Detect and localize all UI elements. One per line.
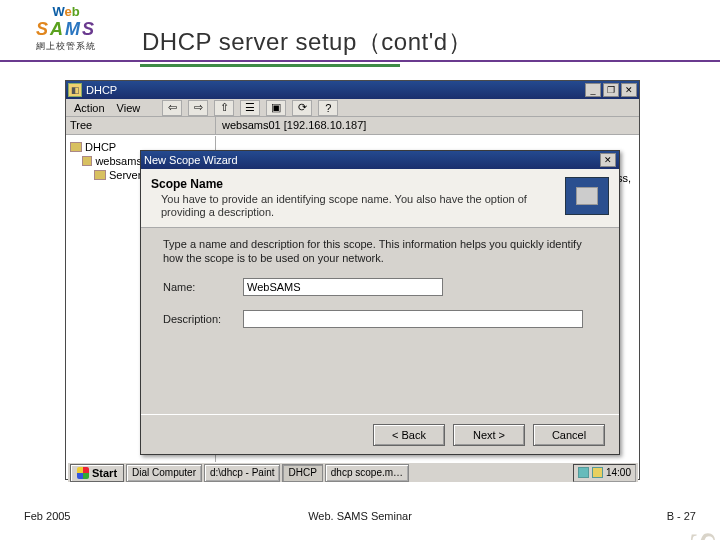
close-button[interactable]: ✕ — [621, 83, 637, 97]
start-label: Start — [92, 467, 117, 479]
dialog-footer: < Back Next > Cancel — [141, 414, 619, 454]
tray-icon-1[interactable] — [578, 467, 589, 478]
logo-subtitle: 網上校管系統 — [36, 40, 96, 53]
nav-forward-button[interactable]: ⇨ — [188, 100, 208, 116]
task-item-1[interactable]: Dial Computer — [126, 464, 202, 482]
dialog-header: Scope Name You have to provide an identi… — [141, 169, 619, 228]
dialog-header-title: Scope Name — [151, 177, 557, 191]
tree-column-title: Tree — [66, 117, 216, 134]
menu-action[interactable]: Action — [70, 101, 109, 115]
new-scope-wizard-dialog: New Scope Wizard ✕ Scope Name You have t… — [140, 150, 620, 455]
dialog-close-button[interactable]: ✕ — [600, 153, 616, 167]
title-underline-green — [140, 64, 400, 67]
task-item-4-label: dhcp scope.m… — [331, 467, 403, 478]
folder-icon — [70, 142, 82, 152]
app-title-text: DHCP — [86, 84, 117, 96]
dialog-title-text: New Scope Wizard — [144, 154, 238, 166]
footer-page: B - 27 — [667, 510, 696, 522]
name-label: Name: — [163, 281, 243, 293]
task-item-2[interactable]: d:\dhcp - Paint — [204, 464, 280, 482]
task-item-3-active[interactable]: DHCP — [282, 464, 322, 482]
description-input[interactable] — [243, 310, 583, 328]
next-button[interactable]: Next > — [453, 424, 525, 446]
dhcp-app-icon: ◧ — [68, 83, 82, 97]
description-row: Description: — [163, 310, 597, 328]
content-header-text: websams01 [192.168.10.187] — [216, 117, 639, 134]
task-item-2-label: d:\dhcp - Paint — [210, 467, 274, 478]
help-button[interactable]: ? — [318, 100, 338, 116]
footer-center: Web. SAMS Seminar — [0, 510, 720, 522]
taskbar: Start Dial Computer d:\dhcp - Paint DHCP… — [68, 462, 638, 482]
nav-back-button[interactable]: ⇦ — [162, 100, 182, 116]
tray-clock: 14:00 — [606, 467, 631, 478]
logo-web: Web — [52, 4, 79, 19]
logo-sams: SAMS — [36, 19, 96, 40]
watermark-text: Web.SAMS — [682, 530, 720, 540]
show-tree-button[interactable]: ☰ — [240, 100, 260, 116]
task-item-1-label: Dial Computer — [132, 467, 196, 478]
task-item-4[interactable]: dhcp scope.m… — [325, 464, 409, 482]
server-icon — [82, 156, 92, 166]
logo-block: Web SAMS 網上校管系統 — [6, 4, 126, 59]
slide-title: DHCP server setup（cont'd） — [142, 26, 472, 58]
back-button[interactable]: < Back — [373, 424, 445, 446]
system-tray[interactable]: 14:00 — [573, 464, 636, 482]
title-underline-top — [0, 60, 720, 62]
task-item-3-label: DHCP — [288, 467, 316, 478]
name-row: Name: — [163, 278, 597, 296]
minimize-button[interactable]: _ — [585, 83, 601, 97]
description-label: Description: — [163, 313, 243, 325]
start-button[interactable]: Start — [70, 464, 124, 482]
app-titlebar: ◧ DHCP _ ❐ ✕ — [66, 81, 639, 99]
tree-node-dhcp-label: DHCP — [85, 141, 116, 153]
dialog-body: Type a name and description for this sco… — [141, 228, 619, 414]
scope-wizard-icon — [565, 177, 609, 215]
refresh-button[interactable]: ⟳ — [292, 100, 312, 116]
name-input[interactable] — [243, 278, 443, 296]
cancel-button[interactable]: Cancel — [533, 424, 605, 446]
windows-flag-icon — [77, 467, 89, 479]
menu-view[interactable]: View — [113, 101, 145, 115]
dialog-instruction: Type a name and description for this sco… — [163, 238, 597, 266]
up-level-button[interactable]: ⇧ — [214, 100, 234, 116]
dialog-titlebar: New Scope Wizard ✕ — [141, 151, 619, 169]
options-icon — [94, 170, 106, 180]
columns-header: Tree websams01 [192.168.10.187] — [66, 117, 639, 135]
properties-button[interactable]: ▣ — [266, 100, 286, 116]
dialog-header-sub: You have to provide an identifying scope… — [151, 193, 557, 219]
restore-button[interactable]: ❐ — [603, 83, 619, 97]
tray-icon-2[interactable] — [592, 467, 603, 478]
app-menubar: Action View ⇦ ⇨ ⇧ ☰ ▣ ⟳ ? — [66, 99, 639, 117]
